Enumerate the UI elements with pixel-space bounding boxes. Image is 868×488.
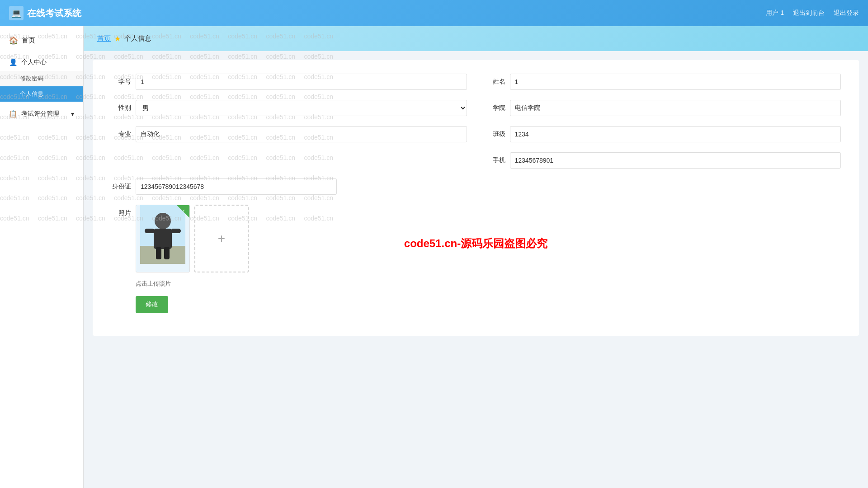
sidebar-personal-label: 个人中心 <box>21 58 47 66</box>
id-card-label: 身份证 <box>111 183 131 191</box>
breadcrumb-star-icon: ★ <box>114 34 121 43</box>
breadcrumb-current: 个人信息 <box>124 34 151 43</box>
form-group-gender: 性别 男 女 <box>111 100 467 116</box>
layout: 🏠 首页 👤 个人中心 修改密码 个人信息 📋 考试评分管理 ▾ <box>0 26 868 488</box>
form-row-2: 性别 男 女 学院 <box>111 100 841 116</box>
class-label: 班级 <box>485 130 505 138</box>
phone-input[interactable] <box>510 152 841 169</box>
form-group-name: 姓名 <box>485 74 841 90</box>
exam-management-label: 考试评分管理 <box>21 110 59 118</box>
plus-icon: + <box>218 231 225 246</box>
svg-rect-4 <box>156 247 161 259</box>
form-row-3: 专业 班级 <box>111 126 841 142</box>
svg-rect-6 <box>145 229 155 233</box>
sidebar-item-change-password[interactable]: 修改密码 <box>0 71 83 86</box>
sidebar-item-personal-info[interactable]: 个人信息 <box>0 86 83 102</box>
person-figure-icon <box>140 205 185 270</box>
photo-row: 照片 ✓ <box>111 205 841 272</box>
logout-button[interactable]: 退出登录 <box>834 9 859 17</box>
major-label: 专业 <box>111 130 131 138</box>
photo-upload-button[interactable]: + <box>194 205 249 272</box>
form-group-college: 学院 <box>485 100 841 116</box>
sidebar-section-personal: 👤 个人中心 修改密码 个人信息 <box>0 54 83 102</box>
expand-icon: ▾ <box>71 110 74 117</box>
student-id-label: 学号 <box>111 78 131 86</box>
sidebar-item-exam-management[interactable]: 📋 考试评分管理 ▾ <box>0 105 83 122</box>
logo: 💻 在线考试系统 <box>9 6 81 20</box>
phone-label: 手机 <box>485 156 505 164</box>
form-row-5: 身份证 <box>111 178 841 195</box>
sidebar: 🏠 首页 👤 个人中心 修改密码 个人信息 📋 考试评分管理 ▾ <box>0 26 84 488</box>
student-id-input[interactable] <box>136 74 467 90</box>
user-label[interactable]: 用户 1 <box>766 9 784 17</box>
breadcrumb-bar: 首页 ★ 个人信息 <box>84 26 868 51</box>
sidebar-item-personal-center[interactable]: 👤 个人中心 <box>0 54 83 71</box>
college-label: 学院 <box>485 104 505 112</box>
svg-rect-3 <box>154 229 172 249</box>
svg-rect-5 <box>164 247 170 259</box>
form-group-student-id: 学号 <box>111 74 467 90</box>
form-row-1: 学号 姓名 <box>111 74 841 90</box>
person-icon: 👤 <box>9 58 18 66</box>
home-icon: 🏠 <box>9 36 18 45</box>
logo-icon: 💻 <box>9 6 24 20</box>
nav-right: 用户 1 退出到前台 退出登录 <box>766 9 859 17</box>
photo-area: ✓ <box>136 205 249 272</box>
form-group-major: 专业 <box>111 126 467 142</box>
svg-point-2 <box>155 213 171 229</box>
back-dashboard-button[interactable]: 退出到前台 <box>793 9 825 17</box>
submit-button[interactable]: 修改 <box>136 296 168 313</box>
name-input[interactable] <box>510 74 841 90</box>
top-nav: 💻 在线考试系统 用户 1 退出到前台 退出登录 <box>0 0 868 26</box>
breadcrumb-home[interactable]: 首页 <box>97 34 111 43</box>
app-title: 在线考试系统 <box>27 7 81 19</box>
name-label: 姓名 <box>485 78 505 86</box>
id-card-input[interactable] <box>136 178 337 195</box>
form-group-id-card: 身份证 <box>111 178 337 195</box>
svg-rect-7 <box>171 229 181 233</box>
change-password-label: 修改密码 <box>20 75 43 82</box>
photo-thumbnail: ✓ <box>136 205 190 272</box>
form-group-phone: 手机 <box>485 152 841 169</box>
major-input[interactable] <box>136 126 467 142</box>
personal-info-label: 个人信息 <box>20 90 43 97</box>
form-row-4: 手机 <box>111 152 841 169</box>
main-content: 首页 ★ 个人信息 code51.cn-源码乐园盗图必究 学号 姓名 <box>84 26 868 488</box>
form-group-class: 班级 <box>485 126 841 142</box>
gender-label: 性别 <box>111 104 131 112</box>
upload-hint: 点击上传照片 <box>136 280 841 288</box>
sidebar-section-exam: 📋 考试评分管理 ▾ <box>0 105 83 122</box>
sidebar-home[interactable]: 🏠 首页 <box>0 31 83 50</box>
form-area: code51.cn-源码乐园盗图必究 学号 姓名 性别 男 女 <box>93 60 859 336</box>
college-input[interactable] <box>510 100 841 116</box>
exam-icon: 📋 <box>9 110 18 118</box>
photo-label: 照片 <box>111 205 131 217</box>
sidebar-home-label: 首页 <box>22 36 35 45</box>
class-input[interactable] <box>510 126 841 142</box>
gender-select[interactable]: 男 女 <box>136 100 467 116</box>
